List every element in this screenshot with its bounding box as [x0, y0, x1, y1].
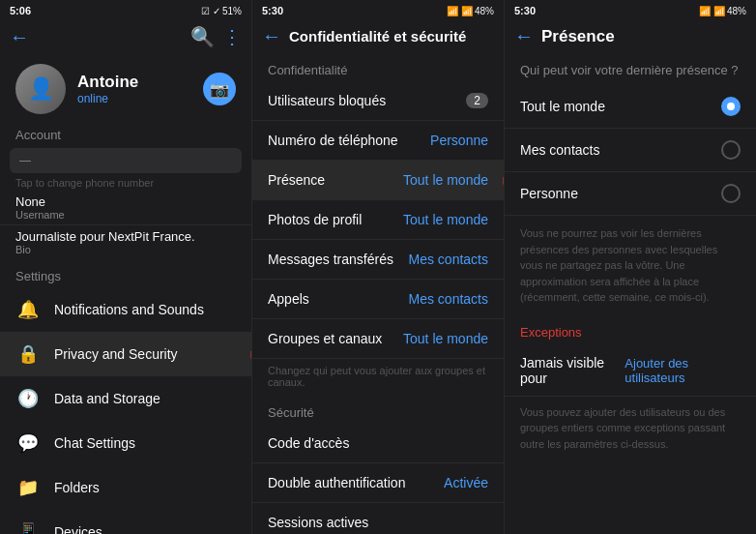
calls-label: Appels [268, 291, 309, 307]
status-bar-2: 5:30 📶 📶 48% [252, 0, 504, 19]
groups-label: Groupes et canaux [268, 331, 382, 346]
back-button-2[interactable]: ← [262, 25, 281, 47]
2fa-value: Activée [444, 475, 488, 490]
username-field: None Username [0, 191, 251, 225]
item-phone-number[interactable]: Numéro de téléphone Personne [252, 121, 504, 161]
radio-personne[interactable] [721, 184, 741, 203]
groups-hint: Changez qui peut vous ajouter aux groupe… [252, 359, 504, 396]
chat-icon: 💬 [15, 430, 41, 456]
groups-value: Tout le monde [403, 331, 488, 346]
never-visible-label: Jamais visible pour [520, 355, 625, 386]
chat-label: Chat Settings [54, 435, 236, 451]
panel-settings-menu: 5:06 ☑ ✓ 51% ← 🔍 ⋮ 👤 Antoine online 📷 Ac… [0, 0, 252, 534]
panel-presence: 5:30 📶 📶 48% ← Présence Qui peut voir vo… [505, 0, 756, 534]
panel3-title: Présence [541, 27, 746, 46]
data-label: Data and Storage [54, 391, 236, 406]
phone-box: — [10, 148, 242, 173]
tout-le-monde-label: Tout le monde [520, 99, 605, 114]
presence-description: Vous ne pourrez pas voir les dernières p… [505, 216, 756, 315]
settings-section: Settings 🔔 Notifications and Sounds 🔒 Pr… [0, 261, 251, 534]
calls-value: Mes contacts [409, 291, 488, 307]
clock-icon: 🕐 [15, 386, 41, 411]
battery-2: 48% [475, 6, 494, 16]
presence-question: Qui peut voir votre dernière présence ? [505, 53, 756, 85]
radio-mes-contacts[interactable] [721, 140, 741, 160]
item-code-access[interactable]: Code d'accès [252, 424, 504, 463]
status-bar-3: 5:30 📶 📶 48% [505, 0, 756, 19]
presence-value: Tout le monde [403, 172, 488, 188]
phone-number-value: Personne [430, 133, 488, 148]
username-label: Username [15, 209, 236, 221]
profile-status: online [77, 92, 191, 105]
item-calls[interactable]: Appels Mes contacts [252, 280, 504, 319]
never-visible-row[interactable]: Jamais visible pour Ajouter des utilisat… [505, 345, 756, 397]
menu-item-notifications[interactable]: 🔔 Notifications and Sounds [0, 287, 251, 332]
item-presence[interactable]: Présence Tout le monde ➠ [252, 161, 504, 200]
battery-3: 48% [727, 6, 746, 16]
blocked-users-label: Utilisateurs bloqués [268, 93, 386, 108]
signal-3: 📶 📶 [699, 6, 725, 16]
radio-tout-le-monde[interactable] [721, 97, 741, 116]
back-button-3[interactable]: ← [514, 25, 534, 47]
item-profile-photos[interactable]: Photos de profil Tout le monde [252, 200, 504, 240]
time-1: 5:06 [10, 5, 31, 16]
item-forwarded[interactable]: Messages transférés Mes contacts [252, 240, 504, 280]
option-tout-le-monde[interactable]: Tout le monde [505, 85, 756, 129]
account-section-label: Account [0, 120, 251, 146]
profile-photos-label: Photos de profil [268, 212, 362, 227]
exceptions-description: Vous pouvez ajouter des utilisateurs ou … [505, 397, 756, 460]
camera-button[interactable]: 📷 [203, 73, 236, 105]
search-button-1[interactable]: 🔍 [190, 25, 215, 48]
menu-item-devices[interactable]: 📱 Devices [0, 510, 251, 534]
bell-icon: 🔔 [15, 297, 41, 322]
item-groups[interactable]: Groupes et canaux Tout le monde [252, 319, 504, 359]
securite-header: Sécurité [252, 396, 504, 424]
personne-label: Personne [520, 186, 578, 201]
privacy-label: Privacy and Security [54, 346, 236, 362]
back-button-1[interactable]: ← [10, 26, 29, 48]
notifications-label: Notifications and Sounds [54, 302, 236, 317]
item-blocked-users[interactable]: Utilisateurs bloqués 2 [252, 81, 504, 121]
profile-area: 👤 Antoine online 📷 [0, 54, 251, 120]
forwarded-label: Messages transférés [268, 252, 393, 267]
forwarded-value: Mes contacts [409, 252, 488, 267]
menu-item-privacy[interactable]: 🔒 Privacy and Security ➠ [0, 332, 251, 376]
avatar: 👤 [15, 64, 66, 114]
phone-number-label: Numéro de téléphone [268, 133, 398, 148]
battery-1: 51% [222, 6, 242, 16]
settings-title: Settings [0, 267, 251, 287]
add-users-link[interactable]: Ajouter des utilisateurs [625, 356, 741, 385]
status-icons-2: 📶 📶 48% [447, 6, 494, 16]
2fa-label: Double authentification [268, 475, 405, 490]
devices-icon: 📱 [15, 519, 41, 534]
top-nav-2: ← Confidentialité et sécurité [252, 19, 504, 53]
option-personne[interactable]: Personne [505, 172, 756, 216]
exceptions-header: Exceptions [505, 315, 756, 345]
profile-photos-value: Tout le monde [403, 212, 488, 227]
mes-contacts-label: Mes contacts [520, 142, 599, 158]
presence-label: Présence [268, 172, 325, 188]
bio-field: Journaliste pour NextPit France. Bio [0, 225, 251, 261]
menu-button-1[interactable]: ⋮ [222, 25, 242, 48]
panel2-title: Confidentialité et sécurité [289, 28, 494, 44]
signal-2: 📶 📶 [447, 6, 473, 16]
menu-item-chat[interactable]: 💬 Chat Settings [0, 421, 251, 465]
time-2: 5:30 [262, 5, 283, 16]
bio-value: Journaliste pour NextPit France. [15, 229, 236, 244]
top-nav-3: ← Présence [505, 19, 756, 53]
panel-privacy-security: 5:30 📶 📶 48% ← Confidentialité et sécuri… [252, 0, 505, 534]
menu-item-data[interactable]: 🕐 Data and Storage [0, 376, 251, 421]
top-nav-1: ← 🔍 ⋮ [0, 19, 251, 54]
item-sessions[interactable]: Sessions actives [252, 503, 504, 534]
option-mes-contacts[interactable]: Mes contacts [505, 129, 756, 172]
status-bar-1: 5:06 ☑ ✓ 51% [0, 0, 251, 19]
blocked-users-value: 2 [466, 93, 488, 108]
folder-icon: 📁 [15, 475, 41, 500]
menu-item-folders[interactable]: 📁 Folders [0, 465, 251, 510]
confidentialite-header: Confidentialité [252, 53, 504, 81]
status-icons-1: ☑ ✓ 51% [201, 6, 242, 16]
username-value: None [15, 194, 236, 209]
item-2fa[interactable]: Double authentification Activée [252, 463, 504, 503]
profile-name: Antoine [77, 73, 191, 92]
phone-value: — [19, 154, 31, 167]
